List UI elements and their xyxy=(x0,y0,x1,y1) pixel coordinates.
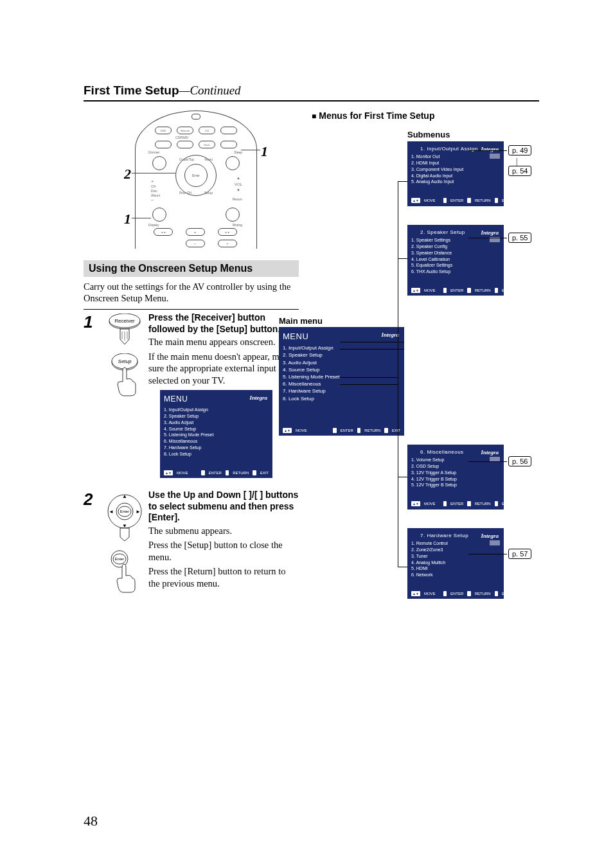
key-icon xyxy=(467,501,470,506)
svg-text:Enter: Enter xyxy=(114,557,123,561)
sel-bar xyxy=(490,540,500,545)
osd-item: 5. 12V Trigger B Setup xyxy=(411,482,500,488)
remote-btn xyxy=(177,141,193,148)
remote-btn: Remote xyxy=(177,127,193,134)
key-icon xyxy=(467,591,470,596)
key-icon xyxy=(384,428,387,433)
remote-label: Prev CH xyxy=(179,191,191,195)
key-icon xyxy=(467,198,470,203)
page-ref-55: p. 55 xyxy=(508,233,531,243)
remote-label: Setup xyxy=(204,191,213,195)
bullet-square-icon: ■ xyxy=(312,112,316,121)
osd-submenu-io: Integra 1. Input/Output Assign 1. Monito… xyxy=(407,141,504,206)
osd-item: 1. Speaker Settings xyxy=(411,238,450,242)
osd-footer-label: ENTER xyxy=(450,501,463,506)
dpad-enter-icon: Enter ▲ ▼ ◄ ► xyxy=(105,491,144,541)
submenus-label: Submenus xyxy=(407,130,450,139)
remote-round-btn xyxy=(226,156,240,170)
step-row: 2 Enter ▲ ▼ ◄ ► xyxy=(84,487,299,595)
osd-footer-label: EXIT xyxy=(502,288,510,293)
osd-item: 4. Analog Multich xyxy=(411,560,500,566)
osd-item: 8. Lock Setup xyxy=(283,395,400,402)
osd-item: 2. Zone2/Zone3 xyxy=(411,547,500,553)
leader-line xyxy=(398,477,407,477)
svg-text:►: ► xyxy=(136,509,141,515)
osd-sub-title: 6. Miscellaneous xyxy=(420,449,464,455)
osd-sub-title: 2. Speaker Setup xyxy=(420,229,465,235)
osd-item: 8. Lock Setup xyxy=(164,451,269,457)
step-body-line: The main menu appears onscreen. xyxy=(148,336,299,348)
callout-2-left: 2 xyxy=(124,166,131,182)
osd-brand: Integra xyxy=(481,229,499,237)
page-ref-56: p. 56 xyxy=(508,456,531,466)
osd-footer-label: EXIT xyxy=(260,470,269,475)
osd-item: 4. Source Setup xyxy=(283,366,400,373)
osd-item: 3. Component Video Input xyxy=(411,166,500,173)
osd-item: 1. Input/Output Assign xyxy=(283,344,400,351)
remote-btn xyxy=(220,141,237,148)
osd-footer-label: RETURN xyxy=(475,198,491,203)
osd-footer-label: MOVE xyxy=(296,428,307,433)
arrows-icon: ▲▼ xyxy=(283,428,292,433)
osd-footer-label: RETURN xyxy=(475,591,491,596)
osd-item: 4. Level Calibration xyxy=(411,256,500,263)
osd-item: 1. Monitor Out xyxy=(411,154,440,159)
osd-item: 4. Source Setup xyxy=(164,426,269,432)
osd-footer-label: ENTER xyxy=(209,470,222,475)
osd-footer-label: EXIT xyxy=(502,501,510,506)
osd-item: 3. Speaker Distance xyxy=(411,250,500,256)
osd-footer: ▲▼MOVE ENTER RETURN EXIT xyxy=(164,470,269,475)
osd-footer-label: ENTER xyxy=(341,428,353,433)
osd-item: 5. Analog Audio Input xyxy=(411,179,500,185)
left-column: 1 2 1 DVD Remote CD CDR/MD Dock Dimmer S… xyxy=(84,111,299,644)
right-heading-text: Menus for First Time Setup xyxy=(319,111,434,121)
leader-line xyxy=(468,554,507,554)
remote-label: Dimmer xyxy=(148,150,160,154)
remote-btn: ◄◄ xyxy=(154,228,173,236)
key-icon xyxy=(495,198,498,203)
title-continued: —Continued xyxy=(179,84,241,97)
main-menu-block: Main menu Integra MENU 1. Input/Output A… xyxy=(279,316,407,327)
osd-main-menu: Integra MENU 1. Input/Output Assign 2. S… xyxy=(160,390,272,478)
mainmenu-label: Main menu xyxy=(279,316,407,326)
key-icon xyxy=(357,428,360,433)
page-ref-49: p. 49 xyxy=(508,145,531,155)
osd-item: 5. HDMI xyxy=(411,565,500,572)
dpad-enter: Enter xyxy=(184,164,208,187)
header-rule xyxy=(84,100,539,102)
osd-brand: Integra xyxy=(249,394,267,402)
osd-item: 4. Digital Audio Input xyxy=(411,173,500,179)
osd-footer-label: MOVE xyxy=(424,198,436,203)
page-title: First Time Setup—Continued xyxy=(84,84,241,97)
step-body-line: Press the [Setup] button to close the me… xyxy=(148,539,299,563)
leader-line xyxy=(398,258,407,259)
osd-item: 2. Speaker Setup xyxy=(283,351,400,359)
remote-btn: ▪▪ xyxy=(218,240,237,247)
svg-text:Setup: Setup xyxy=(118,359,131,364)
leader-line xyxy=(468,238,507,238)
arrows-icon: ▲▼ xyxy=(411,501,420,506)
osd-brand: Integra xyxy=(481,532,499,540)
right-column: ■Menus for First Time Setup Submenus Int… xyxy=(312,111,539,644)
key-icon xyxy=(226,470,229,475)
right-layout: Submenus Integra 1. Input/Output Assign … xyxy=(333,130,539,644)
osd-footer-label: RETURN xyxy=(364,428,380,433)
osd-item: 3. Audio Adjust xyxy=(164,420,269,426)
remote-label: Guide/Top xyxy=(179,157,194,161)
callout-1-left: 1 xyxy=(124,211,131,227)
leader-line xyxy=(340,349,404,350)
osd-footer: ▲▼MOVE ENTER RETURN EXIT xyxy=(411,288,500,293)
step-body-line: Press the [Return] button to return to t… xyxy=(148,565,299,589)
osd-footer: ▲▼MOVE ENTER RETURN EXIT xyxy=(411,591,500,596)
arrows-icon: ▲▼ xyxy=(411,198,420,203)
leader-line xyxy=(398,181,407,182)
key-icon xyxy=(495,501,498,506)
osd-item: 2. Speaker Config xyxy=(411,244,500,250)
key-icon xyxy=(443,501,447,506)
remote-btn: DVD xyxy=(155,127,172,134)
key-icon xyxy=(253,470,256,475)
remote-label: CDR/MD xyxy=(175,136,188,139)
step-text: Use the Up and Down [ ]/[ ] buttons to s… xyxy=(148,487,299,595)
osd-item: 3. Audio Adjust xyxy=(283,359,400,366)
step-number: 2 xyxy=(84,487,100,595)
